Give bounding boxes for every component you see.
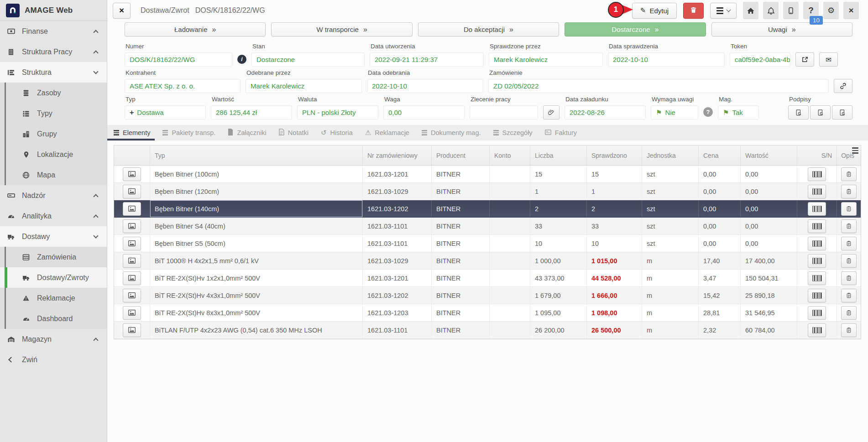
zlecenie-pracy-field[interactable] [470, 105, 538, 120]
more-menu-button[interactable] [710, 3, 737, 19]
waga-field[interactable]: 0,00 [383, 105, 465, 120]
tab-reklamacje[interactable]: ⚠Reklamacje [365, 125, 409, 140]
table-row[interactable]: Bęben Bitner S4 (40cm) 1621.03-1101 BITN… [114, 218, 861, 235]
sidebar-item-struktura-pracy[interactable]: Struktura Pracy [0, 42, 107, 62]
mag-field[interactable]: ⚑Tak [718, 105, 759, 120]
image-button[interactable] [123, 289, 141, 302]
edit-button[interactable]: ✎ Edytuj [632, 3, 677, 19]
notifications-button[interactable] [763, 2, 779, 19]
col-liczba[interactable]: Liczba [530, 146, 586, 165]
serial-numbers-button[interactable] [808, 202, 826, 216]
sidebar-item-zamowienia[interactable]: Zamówienia [0, 247, 107, 267]
sidebar-item-grupy[interactable]: Grupy [0, 124, 107, 144]
kontrahent-field[interactable]: ASE ATEX Sp. z o. o. [125, 79, 241, 93]
col-producent[interactable]: Producent [431, 146, 489, 165]
image-button[interactable] [123, 167, 141, 181]
col-nr[interactable]: Nr zamówieniowy [362, 146, 431, 165]
col-typ[interactable]: Typ [150, 146, 362, 165]
home-button[interactable] [743, 2, 758, 19]
image-button[interactable] [123, 323, 141, 337]
serial-numbers-button[interactable] [808, 306, 826, 320]
serial-numbers-button[interactable] [808, 289, 826, 302]
sidebar-item-lokalizacje[interactable]: Lokalizacje [0, 144, 107, 165]
description-button[interactable] [841, 219, 857, 233]
col-konto[interactable]: Konto [489, 146, 530, 165]
description-button[interactable] [841, 237, 857, 250]
zamowienie-field[interactable]: ZD 02/05/2022 [488, 79, 829, 93]
token-field[interactable]: ca0f59e2-0aba-4b76 [730, 52, 790, 67]
description-button[interactable] [841, 254, 857, 268]
description-button[interactable] [841, 167, 857, 181]
col-cena[interactable]: Cena [698, 146, 740, 165]
sidebar-collapse-button[interactable]: Zwiń [0, 349, 107, 370]
table-row[interactable]: BiT RE-2X(St)Hv 4x3x1,0mm² 500V 1621.03-… [114, 287, 861, 304]
table-row[interactable]: Bęben Bitner (120cm) 1621.03-1029 BITNER… [114, 183, 861, 200]
sidebar-item-dashboard[interactable]: Dashboard [0, 308, 107, 329]
image-button[interactable] [123, 306, 141, 320]
sidebar-item-finanse[interactable]: Finanse [0, 21, 107, 42]
serial-numbers-button[interactable] [808, 254, 826, 268]
stage-do-akceptacji[interactable]: Do akceptacji» [418, 22, 559, 36]
odebrane-przez-field[interactable]: Marek Karolewicz [246, 79, 362, 93]
description-button[interactable] [841, 202, 857, 216]
serial-numbers-button[interactable] [808, 323, 826, 337]
stage-ladowanie[interactable]: Ładowanie» [125, 22, 266, 36]
col-sn[interactable]: S/N [797, 146, 837, 165]
table-row[interactable]: Bęben Bitner S5 (50cm) 1621.03-1101 BITN… [114, 235, 861, 252]
table-row-selected[interactable]: Bęben Bitner (140cm) 1621.03-1202 BITNER… [114, 200, 861, 218]
description-button[interactable] [841, 271, 857, 285]
close-record-button[interactable]: × [113, 3, 131, 19]
tab-szczegoly[interactable]: Szczegóły [493, 125, 533, 140]
sidebar-item-magazyn[interactable]: Magazyn [0, 329, 107, 349]
description-button[interactable] [841, 306, 857, 320]
table-menu-icon[interactable] [852, 147, 858, 154]
data-zaladunku-field[interactable]: 2022-08-26 [565, 105, 646, 120]
tab-zalaczniki[interactable]: Załączniki [228, 125, 266, 140]
stan-field[interactable]: Dostarczone [251, 52, 365, 67]
settings-button[interactable]: ⚙ [823, 2, 839, 19]
image-button[interactable] [123, 202, 141, 216]
data-utworzenia-field[interactable]: 2022-09-21 11:29:37 [370, 52, 484, 67]
stage-uwagi[interactable]: Uwagi» [711, 22, 852, 36]
link-order-button[interactable] [834, 79, 852, 93]
serial-numbers-button[interactable] [808, 271, 826, 285]
signature-document-button[interactable] [788, 105, 809, 120]
close-app-button[interactable]: × [843, 2, 859, 19]
description-button[interactable] [841, 289, 857, 302]
sidebar-item-mapa[interactable]: Mapa [0, 165, 107, 185]
table-row[interactable]: BiT 1000® H 4x2x1,5 mm² 0,6/1 kV 1621.03… [114, 252, 861, 270]
table-row[interactable]: BiTLAN F/UTP 4x2x23 AWG (0,54) cat.6 350… [114, 322, 861, 339]
attach-work-order-button[interactable] [543, 105, 559, 120]
tab-elementy[interactable]: Elementy [114, 125, 150, 140]
serial-numbers-button[interactable] [808, 237, 826, 250]
data-odebrania-field[interactable]: 2022-10-10 [367, 79, 483, 93]
col-jednostka[interactable]: Jednostka [642, 146, 698, 165]
info-icon[interactable]: i [237, 55, 246, 64]
data-sprawdzenia-field[interactable]: 2022-10-10 [608, 52, 725, 67]
col-sprawdzono[interactable]: Sprawdzono [586, 146, 642, 165]
description-button[interactable] [841, 185, 857, 198]
help-circle-icon[interactable]: ? [703, 107, 713, 117]
table-row[interactable]: BiT RE-2X(St)Hv 8x3x1,0mm² 500V 1621.03-… [114, 304, 861, 322]
signature-document-button[interactable] [810, 105, 831, 120]
sidebar-item-nadzor[interactable]: Nadzór [0, 185, 107, 206]
sidebar-item-reklamacje[interactable]: Reklamacje [0, 288, 107, 308]
sidebar-item-dostawy-zwroty[interactable]: Dostawy/Zwroty [0, 267, 107, 288]
sidebar-item-typy[interactable]: Typy [0, 103, 107, 124]
open-external-button[interactable] [795, 52, 814, 67]
wartosc-field[interactable]: 286 125,44 zł [211, 105, 292, 120]
numer-field[interactable]: DOS/K/18162/22/WG [125, 52, 232, 67]
serial-numbers-button[interactable] [808, 219, 826, 233]
sidebar-item-struktura[interactable]: Struktura [0, 62, 107, 83]
tab-dokumenty-mag[interactable]: Dokumenty mag. [422, 125, 481, 140]
tab-notatki[interactable]: Notatki [279, 125, 309, 140]
table-row[interactable]: BiT RE-2X(St)Hv 1x2x1,0mm² 500V 1621.03-… [114, 270, 861, 287]
sidebar-item-dostawy[interactable]: Dostawy [0, 226, 107, 247]
serial-numbers-button[interactable] [808, 167, 826, 181]
mobile-button[interactable] [783, 2, 799, 19]
image-button[interactable] [123, 219, 141, 233]
send-email-button[interactable]: ✉ [819, 52, 838, 67]
image-button[interactable] [123, 254, 141, 268]
tab-faktury[interactable]: Faktury [545, 125, 577, 140]
image-button[interactable] [123, 185, 141, 198]
